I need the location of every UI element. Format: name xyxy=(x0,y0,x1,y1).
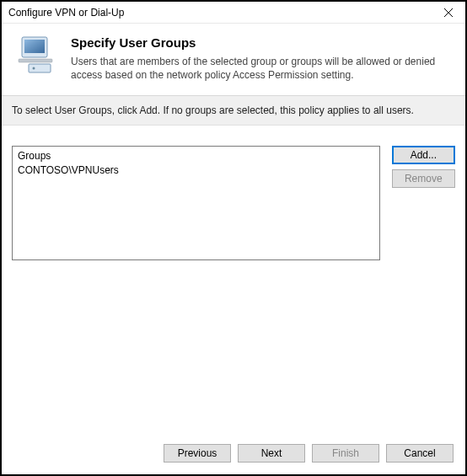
svg-rect-4 xyxy=(24,40,45,53)
window-title: Configure VPN or Dial-Up xyxy=(8,7,124,19)
instruction-text: To select User Groups, click Add. If no … xyxy=(2,96,465,126)
page-title: Specify User Groups xyxy=(71,35,450,50)
svg-rect-6 xyxy=(29,64,51,72)
header-text-block: Specify User Groups Users that are membe… xyxy=(71,34,450,82)
wizard-footer: Previous Next Finish Cancel xyxy=(2,436,465,474)
wizard-body: Groups CONTOSO\VPNUsers Add... Remove xyxy=(2,126,465,436)
cancel-button[interactable]: Cancel xyxy=(386,444,454,463)
add-button[interactable]: Add... xyxy=(392,146,455,164)
side-button-group: Add... Remove xyxy=(392,146,455,260)
groups-column-header: Groups xyxy=(18,150,374,163)
previous-button[interactable]: Previous xyxy=(164,444,231,463)
list-item[interactable]: CONTOSO\VPNUsers xyxy=(18,163,374,177)
wizard-header: Specify User Groups Users that are membe… xyxy=(2,24,465,96)
svg-point-7 xyxy=(33,67,35,70)
svg-rect-5 xyxy=(19,59,52,62)
close-icon xyxy=(444,8,453,17)
close-button[interactable] xyxy=(432,2,465,24)
dialog-window: Configure VPN or Dial-Up xyxy=(0,0,467,476)
remove-button[interactable]: Remove xyxy=(392,169,455,188)
titlebar: Configure VPN or Dial-Up xyxy=(2,2,465,24)
finish-button[interactable]: Finish xyxy=(312,444,379,463)
page-description: Users that are members of the selected g… xyxy=(71,55,450,82)
computer-icon xyxy=(17,34,59,76)
groups-listbox[interactable]: Groups CONTOSO\VPNUsers xyxy=(12,146,380,260)
next-button[interactable]: Next xyxy=(238,444,305,463)
